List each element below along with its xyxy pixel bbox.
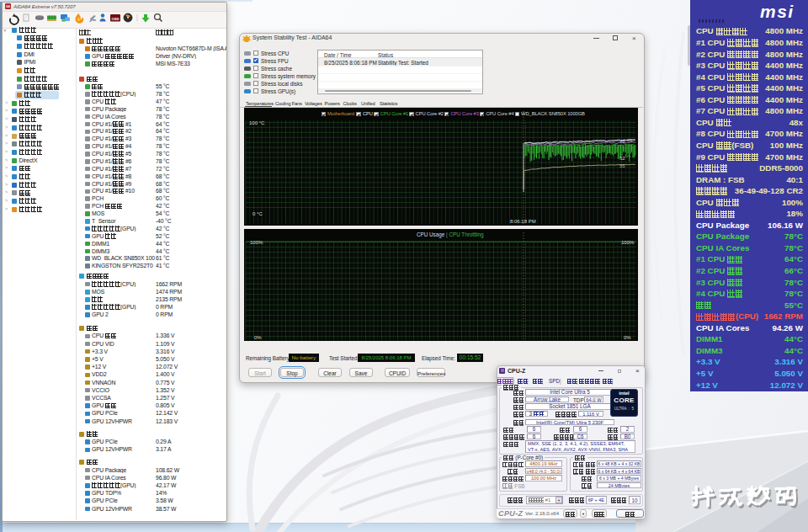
svg-text:100 °C: 100 °C [249,120,265,125]
svg-text:78: 78 [619,138,625,143]
svg-text:8:06:18 PM: 8:06:18 PM [510,219,536,224]
svg-text:0%: 0% [254,334,262,339]
svg-text:0%: 0% [624,334,631,339]
svg-text:100%: 100% [250,240,263,245]
svg-text:0 °C: 0 °C [252,210,263,215]
svg-text:64: 64 [625,152,631,157]
svg-text:78: 78 [627,138,633,143]
svg-text:55: 55 [619,163,625,168]
svg-text:100%: 100% [621,240,635,245]
svg-text:OSD: OSD [111,17,119,21]
